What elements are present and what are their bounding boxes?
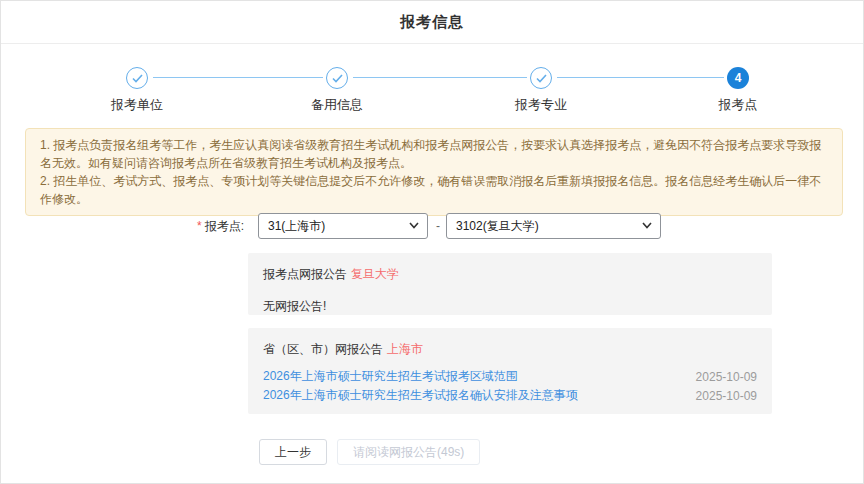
step-label-2: 备用信息	[277, 96, 397, 114]
province-select-value: 31(上海市)	[268, 218, 325, 235]
list-item: 2026年上海市硕士研究生招生考试报考区域范围 2025-10-09	[263, 367, 757, 386]
select-separator: -	[432, 213, 444, 239]
step-circle-2	[326, 67, 348, 89]
step-connector	[557, 77, 724, 78]
step-number: 4	[735, 71, 742, 85]
check-icon	[536, 74, 547, 83]
list-item: 2026年上海市硕士研究生招生考试报名确认安排及注意事项 2025-10-09	[263, 386, 757, 405]
chevron-down-icon	[642, 222, 652, 229]
step-label-4: 报考点	[678, 96, 798, 114]
site-announcement-body: 无网报公告!	[263, 298, 757, 315]
step-circle-3	[530, 67, 552, 89]
site-announcement-title: 报考点网报公告	[263, 267, 347, 281]
action-buttons: 上一步 请阅读网报公告(49s)	[259, 439, 480, 465]
notice-box: 1. 报考点负责报名组考等工作，考生应认真阅读省级教育招生考试机构和报考点网报公…	[25, 128, 843, 216]
check-icon	[332, 74, 343, 83]
step-connector	[153, 77, 323, 78]
notice-line-1: 1. 报考点负责报名组考等工作，考生应认真阅读省级教育招生考试机构和报考点网报公…	[40, 136, 828, 172]
province-select[interactable]: 31(上海市)	[258, 213, 428, 239]
province-announcement-title: 省（区、市）网报公告	[263, 342, 383, 356]
application-info-page: 报考信息 报考单位 备用信息 报考专业 4	[0, 0, 864, 484]
previous-step-button[interactable]: 上一步	[259, 439, 327, 465]
site-announcement-title-row: 报考点网报公告复旦大学	[263, 266, 757, 283]
step-label-1: 报考单位	[77, 96, 197, 114]
step-circle-1	[126, 67, 148, 89]
exam-site-select-value: 3102(复旦大学)	[456, 218, 539, 235]
announcement-list: 2026年上海市硕士研究生招生考试报考区域范围 2025-10-09 2026年…	[263, 367, 757, 405]
step-label-3: 报考专业	[481, 96, 601, 114]
province-announcement-entity: 上海市	[387, 342, 423, 356]
step-circle-4-current: 4	[727, 67, 749, 89]
announcement-date-2: 2025-10-09	[696, 389, 757, 403]
site-announcement-entity: 复旦大学	[351, 267, 399, 281]
announcement-date-1: 2025-10-09	[696, 370, 757, 384]
announcement-link-2[interactable]: 2026年上海市硕士研究生招生考试报名确认安排及注意事项	[263, 387, 578, 404]
exam-site-select[interactable]: 3102(复旦大学)	[446, 213, 661, 239]
province-announcement-box: 省（区、市）网报公告上海市 2026年上海市硕士研究生招生考试报考区域范围 20…	[248, 328, 772, 414]
province-announcement-title-row: 省（区、市）网报公告上海市	[263, 341, 757, 358]
announcement-link-1[interactable]: 2026年上海市硕士研究生招生考试报考区域范围	[263, 368, 518, 385]
read-announcement-countdown-button[interactable]: 请阅读网报公告(49s)	[337, 439, 480, 465]
site-announcement-box: 报考点网报公告复旦大学 无网报公告!	[248, 253, 772, 315]
page-title: 报考信息	[400, 13, 464, 32]
exam-site-label-text: 报考点:	[205, 219, 244, 233]
chevron-down-icon	[409, 222, 419, 229]
page-header: 报考信息	[1, 1, 863, 44]
exam-site-form-row: *报考点: 31(上海市) - 3102(复旦大学)	[1, 213, 863, 239]
required-asterisk: *	[197, 219, 202, 233]
step-connector	[353, 77, 527, 78]
exam-site-label: *报考点:	[151, 213, 244, 239]
check-icon	[132, 74, 143, 83]
notice-line-2: 2. 招生单位、考试方式、报考点、专项计划等关键信息提交后不允许修改，确有错误需…	[40, 172, 828, 208]
